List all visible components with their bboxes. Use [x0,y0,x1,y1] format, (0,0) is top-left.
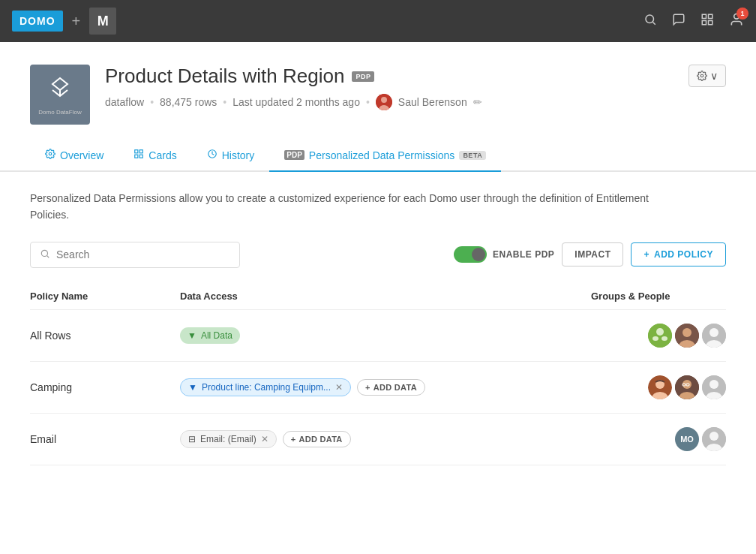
tab-overview-label: Overview [60,149,104,161]
svg-point-29 [682,380,692,389]
avatar-person-1[interactable] [675,324,699,348]
nav-icons: 1 [644,12,744,31]
data-access-all-rows: ▼ All Data [180,309,591,361]
svg-line-1 [652,22,655,24]
table-body: All Rows ▼ All Data [30,309,726,465]
grid-nav-icon[interactable] [700,13,714,30]
add-policy-plus: + [644,249,650,260]
user-nav-icon[interactable]: 1 [729,12,744,31]
svg-rect-4 [702,20,706,24]
svg-point-19 [656,328,664,336]
svg-point-8 [381,97,387,103]
svg-rect-13 [135,155,138,158]
tab-overview[interactable]: Overview [30,140,118,172]
search-icon [40,248,50,261]
add-policy-label: ADD POLICY [654,249,713,260]
controls-right: ENABLE PDP IMPACT + ADD POLICY [454,242,726,266]
nav-plus: + [72,13,81,30]
pdp-badge: PDP [352,71,374,82]
dataset-type: dataflow [105,96,144,108]
groups-email: MO [591,413,726,465]
data-access-cell: ▼ All Data [180,327,591,344]
tab-pdp-label: Personalized Data Permissions [309,149,455,161]
domo-logo[interactable]: DOMO [12,11,63,32]
data-access-cell: ▼ Product line: Camping Equipm... ✕ + AD… [180,378,591,396]
search-nav-icon[interactable] [644,13,657,30]
chat-nav-icon[interactable] [672,13,686,30]
svg-line-17 [47,255,50,257]
avatar-user-default[interactable] [702,324,726,348]
col-groups: Groups & People [591,283,726,310]
filter-label: Product line: Camping Equipm... [202,382,331,393]
table-row: All Rows ▼ All Data [30,309,726,361]
svg-rect-3 [709,14,712,18]
remove-email-tag[interactable]: ✕ [261,434,268,444]
tab-history-label: History [222,149,255,161]
header-info: Product Details with Region PDP dataflow… [105,65,674,110]
icon-label-text: Domo DataFlow [38,109,81,116]
avatar-group: MO [591,427,726,451]
cards-icon [134,149,144,161]
avatar-user-default[interactable] [702,427,726,451]
avatar-woman[interactable] [648,375,672,399]
nav-m-logo[interactable]: M [89,8,116,35]
add-data-email[interactable]: + ADD DATA [283,431,351,447]
tab-cards-label: Cards [148,149,176,161]
avatar-user-default[interactable] [702,375,726,399]
search-input[interactable] [56,248,230,260]
notification-badge: 1 [736,8,748,20]
filter-icon: ▼ [188,382,197,393]
add-icon: + [365,383,370,392]
toggle-label: ENABLE PDP [493,249,554,260]
tab-pdp[interactable]: PDP Personalized Data Permissions BETA [269,140,501,172]
svg-rect-11 [135,150,138,153]
pdp-content: Personalized Data Permissions allow you … [0,172,756,483]
history-icon [207,149,218,161]
header-title: Product Details with Region PDP [105,65,674,88]
avatar-group [591,324,726,348]
main-content: Domo DataFlow Product Details with Regio… [0,42,756,554]
header-actions: ∨ [688,65,726,87]
svg-point-25 [710,328,718,337]
add-policy-button[interactable]: + ADD POLICY [631,242,726,266]
avatar-mo[interactable]: MO [675,427,699,451]
last-updated: Last updated 2 months ago [232,96,360,108]
tab-cards[interactable]: Cards [118,140,191,172]
header-meta: dataflow • 88,475 rows • Last updated 2 … [105,94,674,110]
add-data-camping[interactable]: + ADD DATA [357,379,425,396]
beta-badge: BETA [459,151,486,160]
search-box[interactable] [30,242,240,268]
col-policy-name: Policy Name [30,283,180,310]
page-header: Domo DataFlow Product Details with Regio… [0,42,756,140]
col-data-access: Data Access [180,283,591,310]
policy-name-all-rows: All Rows [30,309,180,361]
svg-point-36 [710,432,718,441]
avatar-group [591,375,726,399]
remove-camping-tag[interactable]: ✕ [335,382,343,393]
data-access-cell: ⊟ Email: (Email) ✕ + ADD DATA [180,430,591,448]
svg-point-9 [700,74,704,77]
svg-point-20 [652,336,658,341]
settings-button[interactable]: ∨ [688,65,726,87]
tab-history[interactable]: History [192,140,270,172]
svg-rect-2 [702,14,706,18]
impact-button[interactable]: IMPACT [562,242,623,266]
page-title: Product Details with Region [105,65,344,88]
email-tag[interactable]: ⊟ Email: (Email) ✕ [180,430,277,448]
dataflow-icon [46,74,74,106]
camping-tag[interactable]: ▼ Product line: Camping Equipm... ✕ [180,378,351,396]
add-label: ADD DATA [374,383,417,392]
enable-pdp-toggle[interactable] [454,246,487,263]
author-name: Saul Berenson [398,96,467,108]
table-header: Policy Name Data Access Groups & People [30,283,726,310]
svg-point-16 [41,250,47,256]
data-access-email: ⊟ Email: (Email) ✕ + ADD DATA [180,413,591,465]
enable-pdp-toggle-group: ENABLE PDP [454,246,554,263]
avatar-man-glasses[interactable] [675,375,699,399]
svg-point-21 [662,336,668,341]
tab-bar: Overview Cards History PDP Personalize [0,140,756,172]
avatar-group-icon[interactable] [648,324,672,348]
svg-rect-5 [709,20,712,24]
edit-icon[interactable]: ✏ [473,96,482,108]
all-data-tag[interactable]: ▼ All Data [180,327,240,344]
